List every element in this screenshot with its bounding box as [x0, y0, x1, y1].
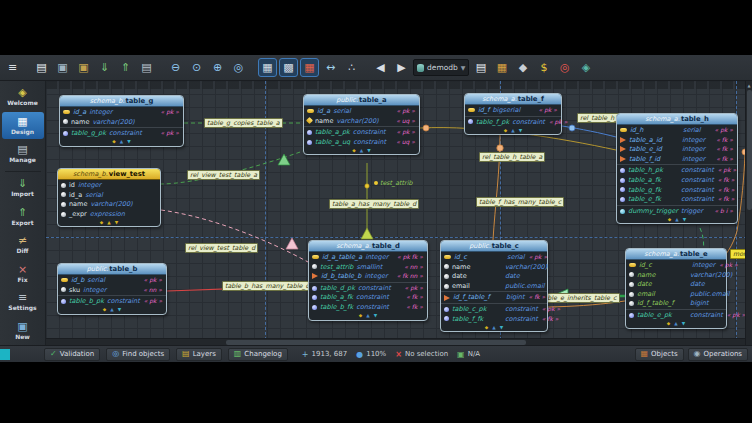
- table-header[interactable]: schema_a.table_e: [626, 249, 726, 260]
- table-footer-controls[interactable]: ◆▲▼: [617, 215, 737, 223]
- support-button[interactable]: ◎: [555, 58, 574, 77]
- row-table_g_pk[interactable]: table_g_pkconstraint« pk »: [60, 127, 183, 138]
- table-header[interactable]: public.table_c: [441, 241, 547, 252]
- row-table_f_fk[interactable]: table_f_fkconstraint« fk »: [441, 314, 547, 324]
- page-delimiters-toggle-button[interactable]: ▩: [279, 58, 298, 77]
- row-id_h[interactable]: id_hserial« pk »: [617, 125, 737, 135]
- relationship-arrow[interactable]: [278, 154, 290, 165]
- new-model-button[interactable]: ▤: [32, 58, 51, 77]
- scroll-up-arrow[interactable]: ▲: [746, 81, 752, 89]
- row-id_a[interactable]: id_ainteger« pk »: [60, 107, 183, 117]
- magnifier-tool-button[interactable]: ◎: [229, 58, 248, 77]
- collapse-diamond-icon[interactable]: ◆: [103, 307, 106, 312]
- table-table_d[interactable]: schema_a.table_did_a_table_ainteger« pk …: [308, 240, 428, 321]
- row-id_a_table_a[interactable]: id_a_table_ainteger« pk fk »: [309, 252, 427, 262]
- row-id_f_table_f[interactable]: id_f_table_fbigint« fk »: [441, 291, 547, 302]
- row-table_e_fk[interactable]: table_e_fkconstraint« fk »: [617, 194, 737, 204]
- export-image-button[interactable]: ▦: [492, 58, 511, 77]
- row-table_a_id[interactable]: table_a_idinteger« fk »: [617, 135, 737, 145]
- relationship-arrow[interactable]: [361, 228, 373, 239]
- collapse-down-icon[interactable]: ▼: [127, 139, 130, 144]
- sidebar-item-settings[interactable]: ≡Settings: [2, 288, 44, 316]
- table-header[interactable]: schema_b.view_test: [58, 169, 160, 180]
- table-header[interactable]: schema_b.table_g: [60, 96, 183, 107]
- collapse-down-icon[interactable]: ▼: [500, 325, 503, 330]
- table-table_h[interactable]: schema_a.table_hid_hserial« pk »table_a_…: [616, 113, 738, 224]
- row-id_a[interactable]: id_aserial: [58, 190, 160, 200]
- relationship-label-table_e_inherits_table_c[interactable]: table_e_inherits_table_c: [538, 293, 620, 303]
- row-table_f_id[interactable]: table_f_idinteger« fk »: [617, 154, 737, 164]
- save-as-model-button[interactable]: ⇑: [116, 58, 135, 77]
- table-footer-controls[interactable]: ◆▲▼: [465, 126, 561, 134]
- relationship-arrow[interactable]: [286, 238, 298, 249]
- row-table_b_pk[interactable]: table_b_pkconstraint« pk »: [58, 295, 166, 306]
- row-table_a_fk[interactable]: table_a_fkconstraint« fk »: [617, 175, 737, 185]
- relationship-label-rel_table_h_[interactable]: rel_table_h_: [577, 113, 620, 123]
- collapse-up-icon[interactable]: ▲: [120, 139, 123, 144]
- collapse-diamond-icon[interactable]: ◆: [485, 325, 488, 330]
- plugins-button[interactable]: ◈: [576, 58, 595, 77]
- row-id_b[interactable]: id_bserial« pk »: [58, 275, 166, 285]
- row-name[interactable]: namevarchar(200): [60, 117, 183, 127]
- relationship-rel_view_test_table_d[interactable]: [161, 210, 308, 262]
- row-id_f[interactable]: id_fbigserial« pk »: [465, 105, 561, 115]
- tab-find-objects[interactable]: ◎Find objects: [106, 348, 170, 361]
- zoom-in-button[interactable]: ⊕: [208, 58, 227, 77]
- horizontal-scroll-handle[interactable]: [226, 340, 526, 345]
- tab-layers[interactable]: ▤Layers: [176, 348, 222, 361]
- table-footer-controls[interactable]: ◆▲▼: [626, 320, 726, 328]
- collapse-up-icon[interactable]: ▲: [492, 325, 495, 330]
- collapse-up-icon[interactable]: ▲: [366, 313, 369, 318]
- scene-info-button[interactable]: ∴: [342, 58, 361, 77]
- donate-button[interactable]: $: [534, 58, 553, 77]
- row-name[interactable]: namevarchar(200): [441, 262, 547, 272]
- collapse-up-icon[interactable]: ▲: [110, 307, 113, 312]
- row-id_f_table_f[interactable]: id_f_table_fbigint: [626, 298, 726, 308]
- row-email[interactable]: emailpublic.email: [441, 281, 547, 291]
- table-header[interactable]: public.table_a: [304, 95, 419, 106]
- collapse-diamond-icon[interactable]: ◆: [668, 217, 671, 222]
- row-table_c_pk[interactable]: table_c_pkconstraint« pk »: [441, 303, 547, 314]
- next-model-button[interactable]: ▶: [392, 58, 411, 77]
- model-canvas[interactable]: ▲ schema_b.table_gid_ainteger« pk »namev…: [46, 81, 752, 345]
- table-table_g[interactable]: schema_b.table_gid_ainteger« pk »namevar…: [59, 95, 184, 147]
- row-date[interactable]: datedate: [626, 279, 726, 289]
- vertical-scrollbar[interactable]: ▲: [745, 81, 752, 345]
- table-table_f[interactable]: schema_a.table_fid_fbigserial« pk »table…: [464, 93, 562, 135]
- row-id[interactable]: idinteger: [58, 180, 160, 190]
- row-name[interactable]: namevarchar(200): [58, 199, 160, 209]
- horizontal-scrollbar[interactable]: [46, 338, 745, 345]
- open-model-button[interactable]: ▣: [53, 58, 72, 77]
- sidebar-item-export[interactable]: ⇑Export: [2, 202, 44, 230]
- row-name[interactable]: namevarchar(200): [626, 270, 726, 280]
- collapse-diamond-icon[interactable]: ◆: [100, 220, 103, 225]
- previous-model-button[interactable]: ◀: [371, 58, 390, 77]
- sidebar-item-fix[interactable]: ×Fix: [2, 259, 44, 287]
- main-menu-button[interactable]: ≡: [3, 58, 22, 77]
- snap-to-grid-toggle-button[interactable]: ▦: [300, 58, 319, 77]
- row-table_g_fk[interactable]: table_g_fkconstraint« fk »: [617, 185, 737, 195]
- collapse-up-icon[interactable]: ▲: [107, 220, 110, 225]
- table-header[interactable]: schema_a.table_d: [309, 241, 427, 252]
- source-code-button[interactable]: ▤: [471, 58, 490, 77]
- row-table_a_fk[interactable]: table_a_fkconstraint« fk »: [309, 292, 427, 302]
- table-table_c[interactable]: public.table_cid_cserial« pk »namevarcha…: [440, 240, 548, 332]
- row-name[interactable]: namevarchar(200)« uq »: [304, 116, 419, 126]
- expand-canvas-button[interactable]: ↔: [321, 58, 340, 77]
- row-dummy_trigger[interactable]: dummy_triggertrigger« b i »: [617, 205, 737, 216]
- relationship-endpoint[interactable]: [497, 145, 503, 151]
- relationship-endpoint[interactable]: [423, 125, 429, 131]
- row-date[interactable]: datedate: [441, 271, 547, 281]
- row-_expr[interactable]: _exprexpression: [58, 209, 160, 219]
- collapse-down-icon[interactable]: ▼: [374, 313, 377, 318]
- bug-report-button[interactable]: ◆: [513, 58, 532, 77]
- row-table_e_id[interactable]: table_e_idinteger« fk »: [617, 144, 737, 154]
- collapse-down-icon[interactable]: ▼: [367, 148, 370, 153]
- relationship-label-rel_view_test_table_a[interactable]: rel_view_test_table_a: [187, 170, 260, 180]
- relationship-label-table_a_has_many_table_d[interactable]: table_a_has_many_table_d: [329, 199, 419, 209]
- collapse-down-icon[interactable]: ▼: [682, 321, 685, 326]
- table-header[interactable]: public.table_b: [58, 264, 166, 275]
- sidebar-item-new[interactable]: ▣New: [2, 317, 44, 345]
- collapse-down-icon[interactable]: ▼: [118, 307, 121, 312]
- collapse-diamond-icon[interactable]: ◆: [667, 321, 670, 326]
